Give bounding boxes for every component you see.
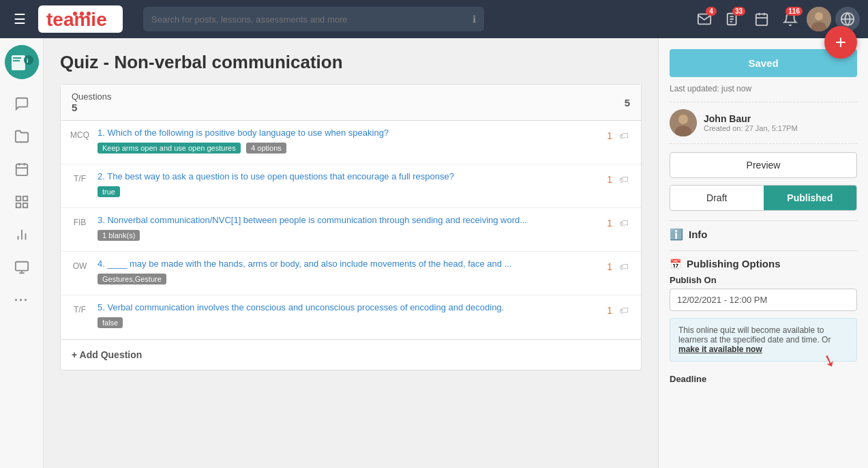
svg-point-21 bbox=[24, 55, 33, 65]
tag-icon[interactable]: 🏷 bbox=[619, 261, 629, 272]
add-question-row: + Add Question bbox=[60, 340, 642, 370]
svg-text:teamie: teamie bbox=[46, 9, 107, 30]
svg-rect-8 bbox=[756, 14, 768, 25]
page-title: Quiz - Non-verbal communication bbox=[60, 52, 642, 73]
svg-point-3 bbox=[87, 12, 91, 16]
messages-badge: 4 bbox=[706, 7, 717, 16]
table-row: FIB 3. Nonverbal communication/NVC[1] be… bbox=[61, 208, 641, 252]
table-row: OW 4. ____ may be made with the hands, a… bbox=[61, 252, 641, 295]
availability-info-box: This online quiz will become available t… bbox=[670, 318, 857, 362]
fab-add-button[interactable]: + bbox=[824, 26, 857, 59]
preview-button[interactable]: Preview bbox=[670, 152, 857, 178]
sidebar-item-more[interactable]: ··· bbox=[7, 285, 37, 315]
question-score: 1 bbox=[596, 302, 612, 316]
question-text[interactable]: 1. Which of the following is positive bo… bbox=[98, 128, 589, 138]
question-score: 1 bbox=[596, 215, 612, 229]
info-box-text: This online quiz will become available t… bbox=[678, 325, 830, 345]
logo-svg: teamie bbox=[46, 8, 115, 30]
question-score: 1 bbox=[596, 128, 612, 141]
sidebar-item-calendar[interactable] bbox=[7, 154, 37, 184]
svg-rect-23 bbox=[16, 164, 27, 175]
question-content: 5. Verbal communication involves the con… bbox=[98, 302, 589, 328]
question-tag: 1 blank(s) bbox=[98, 230, 140, 241]
publishing-calendar-icon: 📅 bbox=[670, 259, 681, 269]
question-actions: 🏷 bbox=[619, 259, 633, 272]
svg-rect-20 bbox=[13, 60, 20, 61]
svg-rect-34 bbox=[15, 262, 27, 271]
course-icon: i bbox=[5, 45, 39, 79]
sidebar: i ··· bbox=[0, 38, 44, 468]
notifications-nav-icon[interactable]: 116 bbox=[778, 7, 803, 31]
logo: teamie bbox=[38, 5, 123, 33]
questions-table: Questions 5 5 MCQ 1. Which of the follow… bbox=[60, 84, 642, 340]
make-available-now-link[interactable]: make it available now bbox=[678, 345, 762, 354]
svg-point-2 bbox=[80, 12, 84, 16]
publishing-options-header[interactable]: 📅 Publishing Options bbox=[670, 258, 857, 269]
question-actions: 🏷 bbox=[619, 171, 633, 185]
question-actions: 🏷 bbox=[619, 215, 633, 229]
svg-rect-30 bbox=[23, 203, 27, 207]
info-label: Info bbox=[689, 229, 708, 240]
sidebar-item-chart[interactable] bbox=[7, 220, 37, 250]
question-score: 1 bbox=[596, 259, 612, 272]
tag-icon[interactable]: 🏷 bbox=[619, 174, 629, 185]
svg-rect-28 bbox=[23, 196, 27, 201]
right-panel: Saved Last updated: just now John Baur C… bbox=[658, 38, 868, 468]
table-header: Questions 5 5 bbox=[61, 85, 641, 121]
question-text[interactable]: 5. Verbal communication involves the con… bbox=[98, 302, 589, 312]
published-button[interactable]: Published bbox=[764, 186, 857, 210]
documents-badge: 33 bbox=[732, 7, 745, 16]
hamburger-menu[interactable]: ☰ bbox=[8, 8, 31, 30]
globe-icon bbox=[840, 12, 855, 27]
svg-point-13 bbox=[815, 12, 823, 20]
svg-text:i: i bbox=[27, 57, 29, 64]
author-name: John Baur bbox=[704, 113, 798, 124]
question-text[interactable]: 4. ____ may be made with the hands, arms… bbox=[98, 259, 589, 269]
deadline-label: Deadline bbox=[670, 374, 857, 384]
main-layout: i ··· Quiz - Non-verbal communication bbox=[0, 38, 868, 468]
draft-published-toggle: Draft Published bbox=[670, 185, 857, 211]
content-area: Quiz - Non-verbal communication Question… bbox=[44, 38, 658, 468]
table-row: MCQ 1. Which of the following is positiv… bbox=[61, 121, 641, 164]
publish-date-field[interactable]: 12/02/2021 - 12:00 PM bbox=[670, 289, 857, 311]
sidebar-course-avatar[interactable]: i bbox=[5, 45, 39, 79]
question-text[interactable]: 2. The best way to ask a question is to … bbox=[98, 171, 589, 181]
topnav: ☰ teamie ℹ 4 33 116 bbox=[0, 0, 868, 38]
question-content: 3. Nonverbal communication/NVC[1] betwee… bbox=[98, 215, 589, 241]
svg-rect-19 bbox=[13, 57, 21, 59]
question-tag: Gestures,Gesture bbox=[98, 274, 166, 284]
sidebar-item-screen[interactable] bbox=[7, 252, 37, 282]
question-type: T/F bbox=[69, 171, 91, 184]
notifications-badge: 116 bbox=[785, 7, 803, 16]
messages-nav-icon[interactable]: 4 bbox=[692, 7, 717, 31]
question-actions: 🏷 bbox=[619, 302, 633, 316]
info-icon: ℹ bbox=[473, 14, 476, 25]
question-content: 2. The best way to ask a question is to … bbox=[98, 171, 589, 197]
tag-icon[interactable]: 🏷 bbox=[619, 130, 629, 141]
sidebar-item-messages[interactable] bbox=[7, 89, 37, 119]
search-input[interactable] bbox=[151, 14, 473, 25]
question-content: 4. ____ may be made with the hands, arms… bbox=[98, 259, 589, 284]
tag-icon[interactable]: 🏷 bbox=[619, 305, 629, 316]
draft-button[interactable]: Draft bbox=[670, 186, 764, 210]
question-score: 1 bbox=[596, 171, 612, 185]
author-row: John Baur Created on: 27 Jan, 5:17PM bbox=[670, 102, 857, 144]
add-question-button[interactable]: + Add Question bbox=[72, 349, 630, 360]
svg-point-38 bbox=[678, 115, 688, 124]
sidebar-item-folder[interactable] bbox=[7, 121, 37, 151]
tag-icon[interactable]: 🏷 bbox=[619, 218, 629, 229]
last-updated-text: Last updated: just now bbox=[670, 84, 857, 93]
info-section: ℹ️ Info bbox=[670, 220, 857, 250]
sidebar-item-grid[interactable] bbox=[7, 187, 37, 217]
publishing-options-section: 📅 Publishing Options Publish On 12/02/20… bbox=[670, 250, 857, 391]
calendar-nav-icon[interactable] bbox=[749, 7, 774, 31]
question-tag: Keep arms open and use open gestures bbox=[98, 143, 241, 153]
search-bar[interactable]: ℹ bbox=[143, 7, 484, 31]
info-section-header[interactable]: ℹ️ Info bbox=[670, 228, 857, 241]
user-avatar-nav[interactable] bbox=[807, 7, 831, 31]
question-text[interactable]: 3. Nonverbal communication/NVC[1] betwee… bbox=[98, 215, 589, 225]
documents-nav-icon[interactable]: 33 bbox=[721, 7, 745, 31]
total-score: 5 bbox=[625, 97, 630, 108]
publishing-options-label: Publishing Options bbox=[687, 258, 781, 269]
question-tag: true bbox=[98, 186, 120, 197]
